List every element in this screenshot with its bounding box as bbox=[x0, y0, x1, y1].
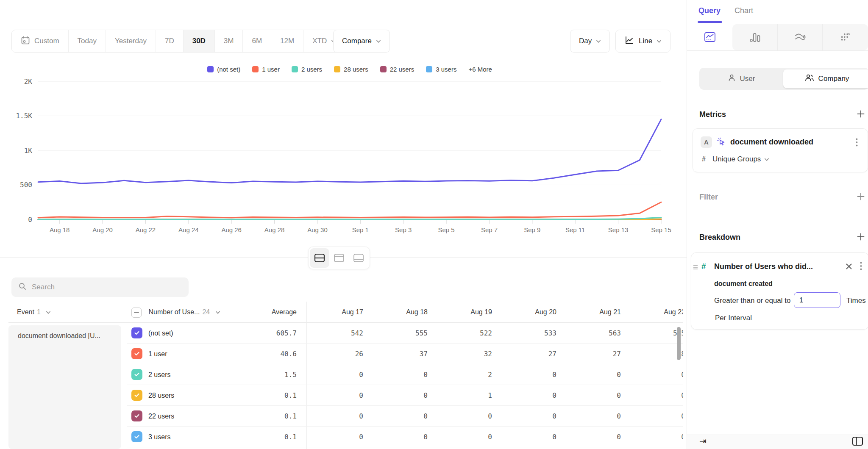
range-30d[interactable]: 30D bbox=[184, 30, 215, 52]
data-value: 0 bbox=[497, 427, 556, 447]
table-header: Event1 Number of Use...24 Average Aug 17… bbox=[0, 302, 683, 323]
range-yesterday[interactable]: Yesterday bbox=[106, 30, 156, 52]
entity-option-company[interactable]: Company bbox=[783, 69, 868, 88]
breakdown-card[interactable]: # Number of Users who did... document cr… bbox=[691, 252, 868, 330]
drag-handle-icon[interactable] bbox=[693, 263, 698, 271]
row-label: 22 users bbox=[148, 406, 174, 427]
search-box[interactable] bbox=[11, 277, 189, 297]
breakdown-value-input[interactable] bbox=[794, 292, 840, 308]
data-value: 522 bbox=[433, 323, 492, 344]
chart-type-dropdown[interactable]: Line bbox=[615, 30, 670, 53]
legend-swatch bbox=[334, 66, 340, 72]
chevron-down-icon bbox=[596, 37, 601, 45]
select-all-checkbox[interactable] bbox=[131, 308, 142, 318]
table-row[interactable]: 22 users0.1000000 bbox=[0, 406, 683, 427]
split-view-icon bbox=[314, 253, 325, 263]
panel-bottom-bar bbox=[687, 435, 868, 449]
row-label: 2 users bbox=[148, 364, 170, 385]
add-metric-button[interactable] bbox=[855, 108, 866, 119]
x-axis-label: Aug 30 bbox=[307, 226, 328, 233]
compare-button[interactable]: Compare bbox=[333, 30, 390, 53]
table-row[interactable]: 3 users0.1000000 bbox=[0, 427, 683, 447]
data-value: 0 bbox=[497, 364, 556, 385]
row-checkbox[interactable] bbox=[131, 348, 142, 359]
chevron-down-icon bbox=[764, 155, 769, 164]
range-today[interactable]: Today bbox=[69, 30, 106, 52]
charttype-flow-button[interactable] bbox=[777, 24, 822, 50]
add-filter-button[interactable] bbox=[855, 191, 866, 202]
average-value: 0.1 bbox=[237, 427, 297, 447]
average-value: 1.5 bbox=[237, 364, 297, 385]
event-column-header[interactable]: Event1 bbox=[17, 302, 51, 323]
date-column-header: Aug 19 bbox=[433, 302, 492, 323]
breakdown-title: Number of Users who did... bbox=[714, 262, 813, 271]
table-row[interactable]: 1 user40.6263732272728 bbox=[0, 344, 683, 364]
breakdown-event-name[interactable]: document created bbox=[714, 280, 773, 288]
data-value: 0 bbox=[562, 427, 621, 447]
average-value: 40.6 bbox=[237, 344, 297, 364]
charttype-grid-button[interactable] bbox=[822, 24, 867, 50]
data-value: 0 bbox=[304, 385, 363, 406]
row-checkbox[interactable] bbox=[131, 390, 142, 401]
group-column-header[interactable]: Number of Use...24 bbox=[131, 302, 220, 323]
breakdown-per-interval-label[interactable]: Per Interval bbox=[715, 314, 752, 322]
metric-card[interactable]: A document downloaded # Unique Groups bbox=[693, 128, 868, 172]
charttype-line-button[interactable] bbox=[687, 24, 732, 50]
table-scrollbar[interactable] bbox=[677, 327, 681, 360]
range-7d[interactable]: 7D bbox=[156, 30, 184, 52]
row-label: 3 users bbox=[148, 427, 170, 447]
range-custom[interactable]: Custom bbox=[12, 30, 69, 52]
row-label: (not set) bbox=[148, 323, 173, 344]
average-value: 0.1 bbox=[237, 385, 297, 406]
layout-split-button[interactable] bbox=[310, 248, 329, 268]
entity-option-user[interactable]: User bbox=[699, 68, 783, 90]
y-axis-label: 1K bbox=[24, 147, 33, 155]
layout-table-only-button[interactable] bbox=[349, 248, 368, 268]
data-value: 533 bbox=[497, 323, 556, 344]
metric-name[interactable]: document downloaded bbox=[730, 138, 813, 147]
close-icon[interactable] bbox=[843, 261, 855, 272]
grid-chart-type-icon bbox=[840, 32, 850, 42]
row-checkbox[interactable] bbox=[131, 410, 142, 421]
row-label: 28 users bbox=[148, 385, 174, 406]
collapse-panel-icon[interactable]: ⇥ bbox=[699, 436, 707, 446]
sidebar-toggle-icon[interactable] bbox=[852, 436, 863, 448]
event-cursor-icon bbox=[716, 137, 726, 149]
row-checkbox[interactable] bbox=[131, 431, 142, 442]
metric-kebab-icon[interactable] bbox=[856, 138, 858, 148]
layout-chart-only-button[interactable] bbox=[329, 248, 349, 268]
add-breakdown-button[interactable] bbox=[855, 231, 866, 242]
data-value: 542 bbox=[304, 323, 363, 344]
charttype-options bbox=[732, 24, 868, 50]
legend-swatch bbox=[380, 66, 387, 72]
range-6m[interactable]: 6M bbox=[243, 30, 271, 52]
row-checkbox[interactable] bbox=[131, 327, 142, 338]
legend-swatch bbox=[426, 66, 432, 72]
range-3m[interactable]: 3M bbox=[215, 30, 243, 52]
tab-chart[interactable]: Chart bbox=[734, 6, 753, 15]
breakdown-condition-label[interactable]: Greater than or equal to bbox=[714, 297, 791, 305]
aggregation-dropdown[interactable]: Unique Groups bbox=[712, 155, 769, 164]
data-value: 0 bbox=[497, 406, 556, 427]
search-input[interactable] bbox=[32, 283, 167, 291]
data-value: 563 bbox=[562, 323, 621, 344]
data-value: 26 bbox=[304, 344, 363, 364]
row-checkbox[interactable] bbox=[131, 369, 142, 380]
y-axis-label: 0 bbox=[28, 216, 32, 224]
data-value: 27 bbox=[562, 344, 621, 364]
data-value: 0 bbox=[433, 427, 492, 447]
table-row[interactable]: (not set)605.7542555522533563535 bbox=[0, 323, 683, 344]
x-axis-label: Sep 9 bbox=[524, 226, 540, 233]
metrics-heading: Metrics bbox=[699, 110, 726, 119]
interval-dropdown[interactable]: Day bbox=[570, 30, 610, 53]
table-row[interactable]: 2 users1.5002000 bbox=[0, 364, 683, 385]
average-value: 0.1 bbox=[237, 406, 297, 427]
breakdown-kebab-icon[interactable] bbox=[860, 262, 862, 272]
table-row[interactable]: 28 users0.1001000 bbox=[0, 385, 683, 406]
range-12m[interactable]: 12M bbox=[271, 30, 303, 52]
active-tab-underline bbox=[698, 21, 722, 23]
tab-query[interactable]: Query bbox=[698, 6, 721, 15]
legend-swatch bbox=[207, 66, 214, 72]
charttype-bar-button[interactable] bbox=[732, 24, 777, 50]
top-panel-icon bbox=[334, 253, 345, 263]
